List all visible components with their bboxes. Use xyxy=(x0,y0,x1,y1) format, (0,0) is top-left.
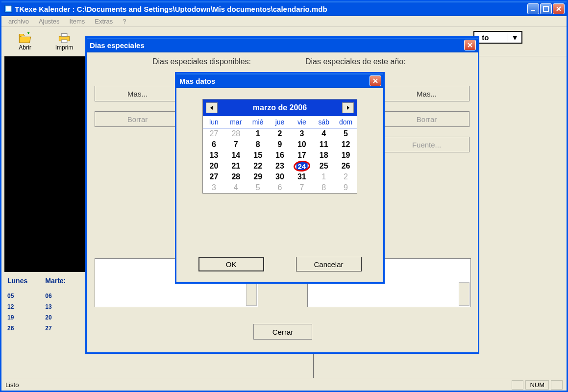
main-titlebar[interactable]: TKexe Kalender : C:\Documents and Settin… xyxy=(1,1,567,16)
calendar-day[interactable]: 24 xyxy=(291,161,313,172)
preview-day: 26 xyxy=(7,325,14,332)
prev-month-button[interactable] xyxy=(206,102,218,113)
mas-left-button[interactable]: Mas... xyxy=(95,86,180,101)
calendar-day[interactable]: 4 xyxy=(313,128,335,139)
calendar-day[interactable]: 5 xyxy=(335,128,357,139)
calendar-day[interactable]: 6 xyxy=(203,139,225,150)
label-disponibles: Dias especiales disponibles: xyxy=(152,57,251,66)
chevron-down-icon: ▼ xyxy=(508,33,519,42)
calendar-day[interactable]: 7 xyxy=(225,139,247,150)
fuente-button[interactable]: Fuente... xyxy=(384,137,469,152)
calendar-day[interactable]: 26 xyxy=(335,161,357,172)
calendar-day[interactable]: 16 xyxy=(269,150,291,161)
calendar-day[interactable]: 6 xyxy=(269,182,291,193)
calendar-day[interactable]: 3 xyxy=(203,182,225,193)
svg-rect-2 xyxy=(531,10,535,11)
toolbar-imprimir[interactable]: Imprim xyxy=(45,32,84,51)
calendar-day[interactable]: 4 xyxy=(225,182,247,193)
status-text: Listo xyxy=(5,381,19,389)
calendar-day[interactable]: 12 xyxy=(335,139,357,150)
calendar-day[interactable]: 31 xyxy=(291,172,313,182)
calendar-day-header: mié xyxy=(247,116,269,128)
ok-button[interactable]: OK xyxy=(198,257,264,271)
date-picker: marzo de 2006 lunmarmiéjueviesábdom27281… xyxy=(202,99,357,194)
calendar-day[interactable]: 29 xyxy=(247,172,269,182)
masdatos-close-button[interactable] xyxy=(370,75,381,86)
calendar-day[interactable]: 10 xyxy=(291,139,313,150)
calendar-day[interactable]: 27 xyxy=(203,172,225,182)
calendar-day[interactable]: 11 xyxy=(313,139,335,150)
maximize-button[interactable] xyxy=(540,3,552,14)
month-label: marzo de 2006 xyxy=(253,103,307,112)
calendar-day[interactable]: 9 xyxy=(269,139,291,150)
preview-day: 19 xyxy=(7,314,14,321)
calendar-day-header: lun xyxy=(203,116,225,128)
close-button[interactable] xyxy=(553,3,565,14)
cerrar-button[interactable]: Cerrar xyxy=(253,324,312,340)
masdatos-title: Mas datos xyxy=(179,77,370,85)
calendar-day[interactable]: 18 xyxy=(313,150,335,161)
minimize-button[interactable] xyxy=(527,3,539,14)
calendar-day[interactable]: 7 xyxy=(291,182,313,193)
calendar-day[interactable]: 25 xyxy=(313,161,335,172)
label-este-ano: Dias especiales de este año: xyxy=(305,57,406,66)
svg-rect-3 xyxy=(543,6,548,11)
preview-day: 20 xyxy=(45,314,51,321)
next-month-button[interactable] xyxy=(342,102,354,113)
calendar-day[interactable]: 27 xyxy=(203,128,225,139)
dias-close-button[interactable] xyxy=(464,40,476,50)
calendar-day[interactable]: 9 xyxy=(335,182,357,193)
mas-datos-dialog: Mas datos marzo de 2006 lunmarmiéjuevies… xyxy=(175,72,385,284)
preview-day: 13 xyxy=(45,303,51,310)
calendar-day[interactable]: 30 xyxy=(269,172,291,182)
preview-panel xyxy=(4,56,93,272)
calendar-day[interactable]: 23 xyxy=(269,161,291,172)
calendar-day[interactable]: 17 xyxy=(291,150,313,161)
app-icon xyxy=(4,5,12,13)
calendar-day-header: jue xyxy=(269,116,291,128)
menu-items[interactable]: Items xyxy=(65,17,90,26)
cancel-button[interactable]: Cancelar xyxy=(296,257,362,271)
calendar-day[interactable]: 13 xyxy=(203,150,225,161)
calendar-day[interactable]: 22 xyxy=(247,161,269,172)
borrar-right-button[interactable]: Borrar xyxy=(384,111,469,127)
borrar-left-button[interactable]: Borrar xyxy=(95,111,180,127)
mas-right-button[interactable]: Mas... xyxy=(384,86,469,101)
preview-head-martes: Marte: xyxy=(45,277,66,285)
calendar-day[interactable]: 14 xyxy=(225,150,247,161)
calendar-day[interactable]: 3 xyxy=(291,128,313,139)
masdatos-titlebar[interactable]: Mas datos xyxy=(176,74,383,88)
calendar-day[interactable]: 1 xyxy=(247,128,269,139)
calendar-day-header: mar xyxy=(225,116,247,128)
calendar-day[interactable]: 8 xyxy=(313,182,335,193)
menubar: archivo Ajustes Items Extras ? xyxy=(1,16,567,27)
menu-extras[interactable]: Extras xyxy=(90,17,118,26)
calendar-header: marzo de 2006 xyxy=(203,99,357,116)
calendar-preview: Lunes Marte: 0506121319202627 xyxy=(7,277,66,336)
svg-rect-1 xyxy=(6,6,11,11)
calendar-day[interactable]: 2 xyxy=(269,128,291,139)
menu-ajustes[interactable]: Ajustes xyxy=(34,17,65,26)
dias-title: Dias especiales xyxy=(90,41,464,49)
calendar-day[interactable]: 1 xyxy=(313,172,335,182)
calendar-day[interactable]: 21 xyxy=(225,161,247,172)
toolbar-imprim-label: Imprim xyxy=(55,44,74,51)
calendar-day[interactable]: 20 xyxy=(203,161,225,172)
main-title-text: TKexe Kalender : C:\Documents and Settin… xyxy=(15,5,527,13)
dias-titlebar[interactable]: Dias especiales xyxy=(87,38,478,52)
calendar-day-header: dom xyxy=(335,116,357,128)
calendar-day[interactable]: 15 xyxy=(247,150,269,161)
toolbar-abrir[interactable]: Abrir xyxy=(5,32,45,51)
calendar-day[interactable]: 28 xyxy=(225,128,247,139)
calendar-day[interactable]: 2 xyxy=(335,172,357,182)
menu-archivo[interactable]: archivo xyxy=(3,17,34,26)
calendar-day[interactable]: 19 xyxy=(335,150,357,161)
calendar-day-header: sáb xyxy=(313,116,335,128)
zoom-select[interactable]: uto ▼ xyxy=(473,31,522,44)
menu-help[interactable]: ? xyxy=(118,17,131,26)
calendar-day[interactable]: 5 xyxy=(247,182,269,193)
calendar-day[interactable]: 28 xyxy=(225,172,247,182)
preview-head-lunes: Lunes xyxy=(7,277,27,285)
svg-rect-5 xyxy=(61,33,67,36)
calendar-day[interactable]: 8 xyxy=(247,139,269,150)
